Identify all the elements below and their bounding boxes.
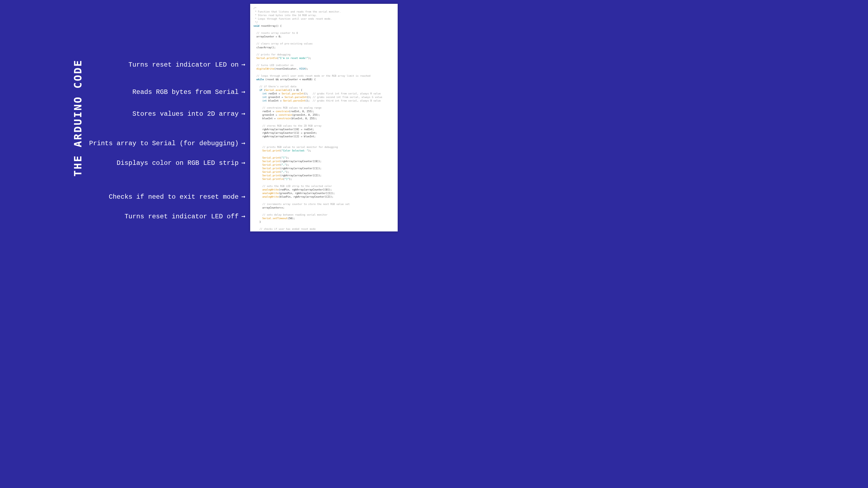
annotation-item: Displays color on RGB LED strip→ [117, 159, 245, 167]
annotation-text: Turns reset indicator LED on [128, 61, 239, 68]
annotation-item: Reads RGB bytes from Serial→ [132, 88, 245, 96]
annotation-text: Turns reset indicator LED off [125, 213, 239, 220]
code-panel: /* * Function that listens and reads fro… [250, 4, 398, 231]
arrow-icon: → [242, 110, 245, 117]
annotation-item: Prints array to Serial (for debugging)→ [89, 139, 245, 147]
annotation-text: Checks if need to exit reset mode [109, 193, 239, 201]
annotation-item: Turns reset indicator LED off→ [125, 212, 245, 220]
annotation-item: Turns reset indicator LED on→ [128, 61, 245, 68]
arrow-icon: → [242, 159, 245, 166]
slide-title: THE ARDUINO CODE [72, 59, 84, 176]
annotation-item: Stores values into 2D array→ [132, 110, 245, 118]
arrow-icon: → [242, 212, 245, 220]
arrow-icon: → [242, 139, 245, 147]
arrow-icon: → [242, 61, 245, 68]
annotation-item: Checks if need to exit reset mode→ [109, 193, 245, 201]
annotation-text: Prints array to Serial (for debugging) [89, 140, 239, 147]
code-block: /* * Function that listens and reads fro… [253, 6, 394, 231]
arrow-icon: → [242, 193, 245, 200]
arrow-icon: → [242, 88, 245, 96]
annotation-text: Displays color on RGB LED strip [117, 159, 239, 167]
annotation-text: Stores values into 2D array [132, 110, 239, 118]
annotation-text: Reads RGB bytes from Serial [132, 89, 239, 96]
